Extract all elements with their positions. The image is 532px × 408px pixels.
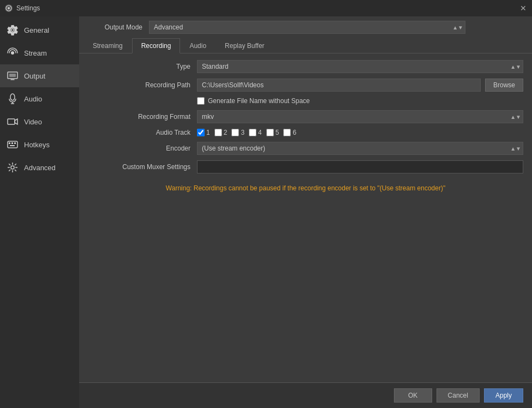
output-mode-row: Output Mode Simple Advanced ▲▼ — [79, 16, 532, 38]
warning-row: Warning: Recordings cannot be paused if … — [88, 179, 523, 197]
gear-icon — [7, 24, 19, 36]
generate-filename-row: Generate File Name without Space — [88, 97, 523, 105]
encoder-select[interactable]: (Use stream encoder) — [197, 142, 523, 155]
tab-streaming[interactable]: Streaming — [83, 38, 132, 53]
sidebar-label-general: General — [24, 26, 49, 34]
encoder-select-wrapper: (Use stream encoder) ▲▼ — [197, 142, 523, 155]
sidebar-label-advanced: Advanced — [24, 164, 56, 172]
audio-icon — [7, 93, 19, 105]
recording-format-row: Recording Format mkv mp4 flv ts m3u8 fmp… — [88, 110, 523, 123]
svg-line-20 — [9, 164, 10, 165]
track-5-checkbox[interactable] — [266, 129, 274, 136]
settings-panel: Type Standard Custom Output (FFmpeg) ▲▼ … — [79, 53, 532, 382]
video-icon — [7, 116, 19, 128]
track-2-checkbox[interactable] — [214, 129, 222, 136]
type-label: Type — [88, 63, 197, 70]
custom-muxer-label: Custom Muxer Settings — [88, 163, 197, 171]
app-icon — [4, 4, 13, 13]
track-5: 5 — [266, 129, 279, 136]
audio-tracks: 1 2 3 4 — [197, 129, 296, 136]
custom-muxer-input[interactable] — [197, 160, 523, 173]
recording-path-input[interactable] — [197, 79, 481, 92]
encoder-row: Encoder (Use stream encoder) ▲▼ — [88, 142, 523, 155]
cancel-button[interactable]: Cancel — [437, 388, 480, 403]
svg-rect-4 — [9, 74, 16, 77]
bottom-bar: OK Cancel Apply — [79, 382, 532, 408]
track-2: 2 — [214, 129, 228, 136]
sidebar-label-video: Video — [24, 118, 42, 126]
svg-rect-13 — [14, 142, 16, 144]
generate-filename-area: Generate File Name without Space — [197, 97, 310, 105]
svg-line-22 — [15, 164, 16, 165]
output-mode-select[interactable]: Simple Advanced — [149, 21, 465, 34]
track-2-label: 2 — [224, 129, 228, 136]
svg-rect-8 — [8, 119, 15, 124]
track-3-label: 3 — [241, 129, 244, 136]
main-layout: General Stream Output — [0, 16, 532, 408]
recording-format-select[interactable]: mkv mp4 flv ts m3u8 fmp4 — [197, 110, 523, 123]
close-button[interactable]: ✕ — [519, 4, 528, 13]
type-control: Standard Custom Output (FFmpeg) ▲▼ — [197, 60, 523, 73]
sidebar-label-stream: Stream — [24, 49, 47, 57]
svg-rect-11 — [9, 142, 10, 144]
custom-muxer-row: Custom Muxer Settings — [88, 160, 523, 173]
browse-button[interactable]: Browse — [485, 79, 523, 92]
type-select[interactable]: Standard Custom Output (FFmpeg) — [197, 60, 523, 73]
encoder-control: (Use stream encoder) ▲▼ — [197, 142, 523, 155]
tabs-row: Streaming Recording Audio Replay Buffer — [79, 38, 532, 53]
generate-filename-checkbox[interactable] — [197, 97, 205, 105]
apply-button[interactable]: Apply — [484, 388, 523, 403]
sidebar: General Stream Output — [0, 16, 79, 408]
tab-audio[interactable]: Audio — [180, 38, 216, 53]
recording-format-control: mkv mp4 flv ts m3u8 fmp4 ▲▼ — [197, 110, 523, 123]
type-row: Type Standard Custom Output (FFmpeg) ▲▼ — [88, 60, 523, 73]
type-select-wrapper: Standard Custom Output (FFmpeg) ▲▼ — [197, 60, 523, 73]
audio-track-control: 1 2 3 4 — [197, 129, 523, 136]
output-mode-select-wrapper: Simple Advanced ▲▼ — [149, 21, 465, 34]
ok-button[interactable]: OK — [394, 388, 432, 403]
track-6-label: 6 — [292, 129, 296, 136]
audio-track-row: Audio Track 1 2 3 — [88, 129, 523, 136]
custom-muxer-control — [197, 160, 523, 173]
hotkeys-icon — [7, 139, 19, 151]
output-icon — [7, 70, 19, 82]
track-5-label: 5 — [276, 129, 279, 136]
svg-rect-14 — [10, 145, 15, 146]
recording-path-row: Recording Path Browse — [88, 79, 523, 92]
track-6-checkbox[interactable] — [283, 129, 291, 136]
stream-icon — [7, 47, 19, 59]
output-mode-label: Output Mode — [88, 23, 142, 31]
sidebar-label-audio: Audio — [24, 95, 42, 103]
svg-line-21 — [15, 170, 16, 171]
track-1-checkbox[interactable] — [197, 129, 205, 136]
sidebar-item-output[interactable]: Output — [0, 64, 79, 87]
svg-point-1 — [8, 7, 10, 9]
tab-replay-buffer[interactable]: Replay Buffer — [216, 38, 274, 53]
recording-format-select-wrapper: mkv mp4 flv ts m3u8 fmp4 ▲▼ — [197, 110, 523, 123]
sidebar-item-general[interactable]: General — [0, 19, 79, 41]
sidebar-item-audio[interactable]: Audio — [0, 87, 79, 110]
sidebar-item-advanced[interactable]: Advanced — [0, 156, 79, 179]
sidebar-item-hotkeys[interactable]: Hotkeys — [0, 133, 79, 156]
sidebar-item-video[interactable]: Video — [0, 110, 79, 133]
generate-filename-label: Generate File Name without Space — [208, 97, 310, 105]
track-1: 1 — [197, 129, 210, 136]
track-3: 3 — [231, 129, 244, 136]
title-bar: Settings ✕ — [0, 0, 532, 16]
svg-line-23 — [9, 170, 10, 171]
tab-recording[interactable]: Recording — [132, 38, 181, 53]
recording-path-label: Recording Path — [88, 81, 197, 89]
sidebar-label-hotkeys: Hotkeys — [24, 141, 50, 149]
recording-path-control: Browse — [197, 79, 523, 92]
track-3-checkbox[interactable] — [231, 129, 239, 136]
title-bar-left: Settings — [4, 4, 40, 13]
warning-text: Warning: Recordings cannot be paused if … — [166, 184, 445, 192]
sidebar-label-output: Output — [24, 72, 45, 80]
sidebar-item-stream[interactable]: Stream — [0, 41, 79, 64]
content-area: Output Mode Simple Advanced ▲▼ Streaming… — [79, 16, 532, 408]
svg-point-15 — [11, 166, 14, 169]
encoder-label: Encoder — [88, 145, 197, 152]
advanced-icon — [7, 161, 19, 173]
track-4-label: 4 — [258, 129, 262, 136]
track-4-checkbox[interactable] — [249, 129, 256, 136]
